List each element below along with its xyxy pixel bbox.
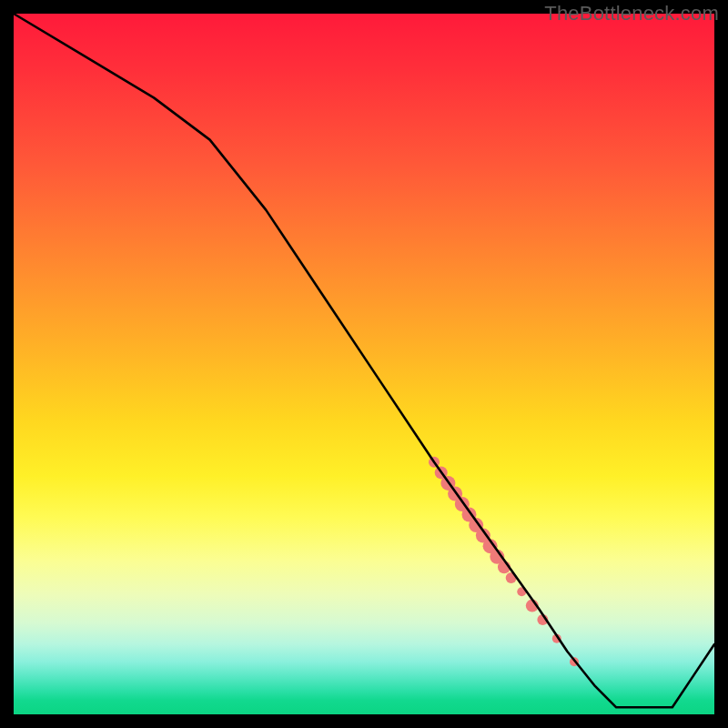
plot-area [14,14,714,714]
chart-frame: TheBottleneck.com [0,0,728,728]
watermark-text: TheBottleneck.com [544,2,719,25]
bottleneck-curve [14,14,714,707]
chart-svg [14,14,714,714]
